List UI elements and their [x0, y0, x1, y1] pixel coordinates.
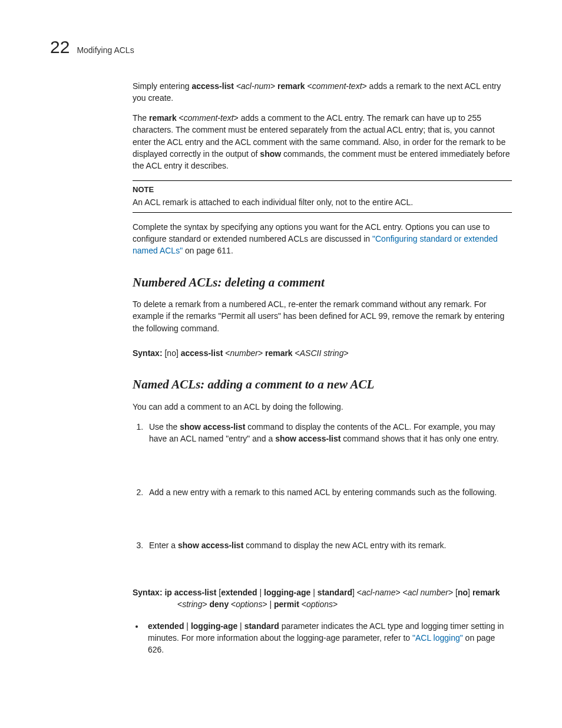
heading-numbered-delete: Numbered ACLs: deleting a comment — [133, 274, 512, 291]
paragraph: Simply entering access-list <acl-num> re… — [133, 80, 512, 104]
chapter-number: 22 — [50, 34, 70, 60]
chapter-title: Modifying ACLs — [77, 44, 134, 56]
page-header: 22 Modifying ACLs — [50, 34, 512, 60]
note-block: NOTE An ACL remark is attached to each i… — [133, 180, 512, 213]
heading-named-add: Named ACLs: adding a comment to a new AC… — [133, 375, 512, 393]
page: 22 Modifying ACLs Simply entering access… — [0, 0, 562, 728]
paragraph: The remark <comment-text> adds a comment… — [133, 112, 512, 172]
syntax-block: Syntax: ip access-list [extended | loggi… — [133, 587, 512, 611]
note-label: NOTE — [133, 185, 512, 196]
list-item: Add a new entry with a remark to this na… — [146, 486, 512, 498]
paragraph: To delete a remark from a numbered ACL, … — [133, 298, 512, 334]
paragraph: You can add a comment to an ACL by doing… — [133, 401, 512, 413]
note-text: An ACL remark is attached to each indivi… — [133, 196, 512, 208]
syntax-line: Syntax: ip access-list [extended | loggi… — [133, 587, 512, 598]
syntax-line: Syntax: [no] access-list <number> remark… — [133, 347, 512, 359]
ordered-steps: Use the show access-list command to disp… — [133, 421, 512, 551]
bullet-list: extended | logging-age | standard parame… — [133, 620, 512, 656]
syntax-line-continued: <string> deny <options> | permit <option… — [177, 598, 512, 610]
content-body: Simply entering access-list <acl-num> re… — [133, 80, 512, 656]
paragraph: Complete the syntax by specifying any op… — [133, 221, 512, 257]
list-item: extended | logging-age | standard parame… — [144, 620, 512, 656]
list-item: Use the show access-list command to disp… — [146, 421, 512, 445]
link-acl-logging[interactable]: "ACL logging" — [412, 633, 463, 643]
list-item: Enter a show access-list command to disp… — [146, 539, 512, 551]
